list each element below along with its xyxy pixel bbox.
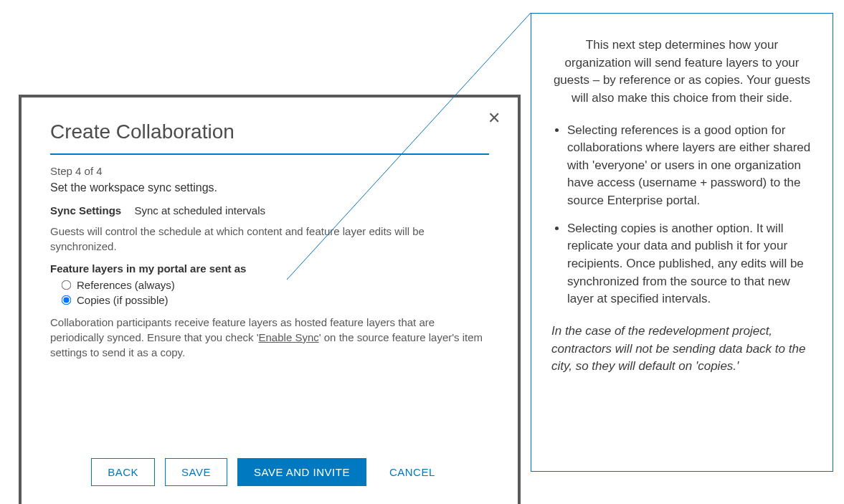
radio-copies-label: Copies (if possible) [77,294,169,306]
radio-references-label: References (always) [77,279,175,291]
title-divider [50,153,489,155]
radio-references-input[interactable] [62,280,72,290]
save-button[interactable]: SAVE [165,458,227,486]
enable-sync-link[interactable]: Enable Sync [259,331,319,343]
dialog-subtitle: Set the workspace sync settings. [50,181,489,194]
radio-copies-input[interactable] [62,295,72,305]
cancel-button[interactable]: CANCEL [376,459,448,485]
panel-bullet-copies: Selecting copies is another option. It w… [567,220,812,308]
sync-settings-row: Sync Settings Sync at scheduled interval… [50,204,489,217]
panel-intro: This next step determines how your organ… [551,37,812,108]
sync-settings-description: Guests will control the schedule at whic… [50,224,489,254]
panel-scenario: In the case of the redevelopment project… [551,323,812,376]
radio-option-copies[interactable]: Copies (if possible) [50,294,489,306]
save-and-invite-button[interactable]: SAVE AND INVITE [237,458,366,486]
radio-option-references[interactable]: References (always) [50,279,489,291]
dialog-body: ✕ Create Collaboration Step 4 of 4 Set t… [22,98,518,504]
sync-settings-value: Sync at scheduled intervals [134,204,265,217]
explanation-panel: This next step determines how your organ… [531,13,833,472]
dialog-title: Create Collaboration [50,120,489,143]
feature-layers-sent-as-label: Feature layers in my portal are sent as [50,262,489,275]
close-icon[interactable]: ✕ [488,110,501,126]
sync-settings-label: Sync Settings [50,204,121,217]
dialog-button-bar: BACK SAVE SAVE AND INVITE CANCEL [22,458,518,486]
panel-bullet-list: Selecting references is a good option fo… [551,122,812,308]
create-collaboration-dialog: ✕ Create Collaboration Step 4 of 4 Set t… [19,95,521,504]
step-indicator: Step 4 of 4 [50,165,489,177]
copies-description: Collaboration participants receive featu… [50,315,489,360]
panel-bullet-references: Selecting references is a good option fo… [567,122,812,210]
back-button[interactable]: BACK [91,458,155,486]
